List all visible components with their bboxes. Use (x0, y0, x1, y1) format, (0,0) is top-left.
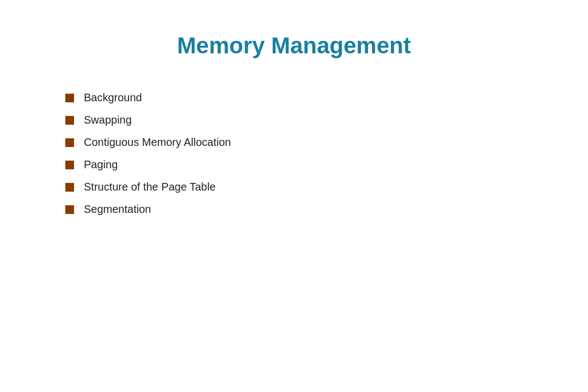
item-label: Segmentation (84, 203, 151, 216)
item-label: Paging (84, 158, 118, 171)
slide-title: Memory Management (33, 33, 555, 59)
list-item: Background (65, 91, 555, 104)
item-label: Structure of the Page Table (84, 181, 216, 193)
bullet-icon (65, 183, 74, 192)
item-label: Contiguous Memory Allocation (84, 136, 231, 149)
list-item: Contiguous Memory Allocation (65, 136, 555, 149)
bullet-icon (65, 116, 74, 125)
item-label: Swapping (84, 114, 132, 126)
bullet-icon (65, 205, 74, 214)
bullet-icon (65, 94, 74, 102)
item-label: Background (84, 91, 142, 104)
content-list: Background Swapping Contiguous Memory Al… (65, 91, 555, 216)
list-item: Swapping (65, 114, 555, 126)
list-item: Segmentation (65, 203, 555, 216)
slide-container: Memory Management Background Swapping Co… (0, 0, 588, 392)
bullet-icon (65, 161, 74, 169)
list-item: Paging (65, 158, 555, 171)
list-item: Structure of the Page Table (65, 181, 555, 193)
bullet-icon (65, 138, 74, 147)
